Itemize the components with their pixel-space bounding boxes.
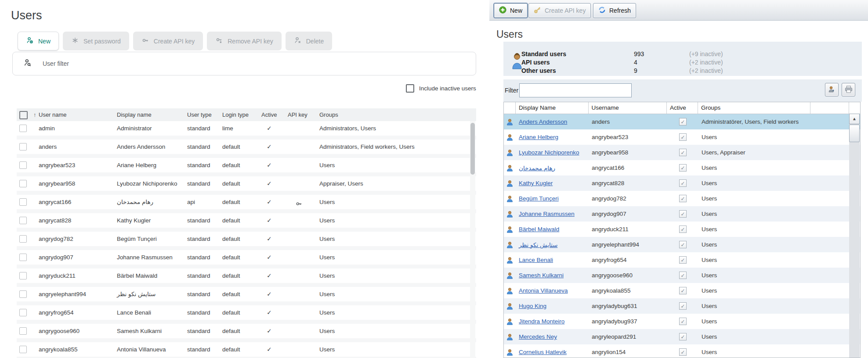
user-link[interactable]: Cornelius Hatlevik [519,349,567,355]
column-header-active[interactable]: Active [261,108,277,121]
active-checkbox[interactable]: ✓ [679,241,687,248]
table-row[interactable]: angryfrog654 Lance Benali standard defau… [17,305,476,324]
user-link[interactable]: Lyubozar Nichiporenko [519,149,579,156]
remove-api-key-button[interactable]: Remove API key [207,32,282,50]
scroll-up-button[interactable]: ▲ [849,114,860,124]
sort-ascending-icon[interactable]: ↑ [33,108,36,121]
table-row[interactable]: Lance Benali angryfrog654 ✓ Users [504,252,860,268]
user-link[interactable]: Antonia Villanueva [519,287,568,294]
table-row[interactable]: Anders Andersson anders ✓ Administratöre… [504,114,860,129]
print-button[interactable] [842,83,855,97]
row-checkbox[interactable] [19,217,27,224]
user-link[interactable]: Lance Benali [519,257,553,263]
column-header-logintype[interactable]: Login type [222,108,249,121]
user-link[interactable]: Anders Andersson [519,118,567,125]
column-header-displayname[interactable]: Display Name [516,102,589,114]
create-api-key-button-legacy[interactable]: Create API key [528,3,591,18]
table-row[interactable]: Jitendra Monteiro angryladybug937 ✓ User… [504,314,860,329]
active-checkbox[interactable]: ✓ [679,164,687,172]
table-row[interactable]: angrygoose960 Samesh Kulkarni standard d… [17,324,476,342]
table-row[interactable]: Mercedes Ney angryleopard291 ✓ Users [504,329,860,344]
column-header-groups[interactable]: Groups [698,102,810,114]
column-header-displayname[interactable]: Display name [117,108,152,121]
scrollbar-thumb[interactable] [849,125,860,142]
user-link[interactable]: Jitendra Monteiro [519,318,564,325]
row-checkbox[interactable] [19,254,27,261]
active-checkbox[interactable]: ✓ [679,149,687,156]
row-checkbox[interactable] [19,309,27,316]
user-link[interactable]: Johanne Rasmussen [519,211,575,217]
column-header-groups[interactable]: Groups [319,108,338,121]
row-checkbox[interactable] [19,346,27,353]
active-checkbox[interactable]: ✓ [679,179,687,187]
user-link[interactable]: Mercedes Ney [519,333,557,340]
table-row[interactable]: angryelephant994 ستایش نکو نظر standard … [17,287,476,305]
user-link[interactable]: Hugo King [519,303,546,309]
table-row[interactable]: angrybear523 Ariane Helberg standard def… [17,158,476,176]
refresh-button[interactable]: Refresh [593,3,636,18]
table-row[interactable]: angrycat828 Kathy Kugler standard defaul… [17,213,476,232]
table-row[interactable]: angrydog907 Johanne Rasmussen standard d… [17,250,476,268]
user-link[interactable]: رهام محمدخان [519,165,555,172]
active-checkbox[interactable]: ✓ [679,195,687,202]
table-row[interactable]: anders Anders Andersson standard default… [17,140,476,158]
new-user-button-legacy[interactable]: New [494,3,528,18]
scrollbar-thumb[interactable] [470,123,475,175]
active-checkbox[interactable]: ✓ [679,133,687,141]
table-row[interactable]: Johanne Rasmussen angrydog907 ✓ Users [504,206,860,222]
row-checkbox[interactable] [19,143,27,150]
row-checkbox[interactable] [19,272,27,279]
active-checkbox[interactable]: ✓ [679,226,687,233]
table-row[interactable]: angrykoala855 Antonia Villanueva standar… [17,342,476,358]
active-checkbox[interactable]: ✓ [679,318,687,325]
user-link[interactable]: Bärbel Maiwald [519,226,559,233]
table-row[interactable]: Antonia Villanueva angrykoala855 ✓ Users [504,283,860,298]
active-checkbox[interactable]: ✓ [679,302,687,310]
user-link[interactable]: Samesh Kulkarni [519,272,564,279]
create-api-key-button[interactable]: Create API key [133,32,203,50]
table-row[interactable]: ستایش نکو نظر angryelephant994 ✓ Users [504,237,860,252]
row-checkbox[interactable] [19,235,27,243]
table-row[interactable]: Ariane Helberg angrybear523 ✓ Users [504,129,860,145]
scrollbar-track[interactable] [849,114,860,358]
select-all-checkbox[interactable] [19,111,28,119]
table-row[interactable]: angryduck211 Bärbel Maiwald standard def… [17,268,476,287]
new-user-button[interactable]: New [18,32,59,50]
row-checkbox[interactable] [19,198,27,206]
active-checkbox[interactable]: ✓ [679,256,687,264]
icon-column-header[interactable] [504,102,516,114]
column-header-username[interactable]: User name [39,108,67,121]
table-row[interactable]: Begüm Tunçeri angrydog782 ✓ Users [504,191,860,206]
column-header-apikey[interactable]: API key [288,108,307,121]
table-row[interactable]: Bärbel Maiwald angryduck211 ✓ Users [504,222,860,237]
active-checkbox[interactable]: ✓ [679,118,687,125]
set-password-button[interactable]: Set password [63,32,129,50]
active-checkbox[interactable]: ✓ [679,287,687,294]
active-checkbox[interactable]: ✓ [679,333,687,340]
export-users-button[interactable] [825,83,839,97]
table-row[interactable]: angrydog782 Begüm Tunçeri standard defau… [17,232,476,250]
table-row[interactable]: Cornelius Hatlevik angrylion154 ✓ Users [504,344,860,358]
row-checkbox[interactable] [19,125,27,132]
table-row[interactable]: Lyubozar Nichiporenko angrybear958 ✓ Use… [504,145,860,160]
active-checkbox[interactable]: ✓ [679,210,687,218]
column-header-usertype[interactable]: User type [187,108,212,121]
row-checkbox[interactable] [19,327,27,335]
active-checkbox[interactable]: ✓ [679,272,687,279]
active-checkbox[interactable]: ✓ [679,348,687,356]
column-header-username[interactable]: Username [589,102,667,114]
filter-input[interactable] [519,83,632,97]
user-link[interactable]: Ariane Helberg [519,134,558,140]
user-link[interactable]: ستایش نکو نظر [519,242,557,248]
row-checkbox[interactable] [19,180,27,187]
table-row[interactable]: رهام محمدخان angrycat166 ✓ Users [504,160,860,175]
table-row[interactable]: Hugo King angryladybug631 ✓ Users [504,298,860,314]
table-row[interactable]: angrycat166 رهام محمدخان api default ✓ U… [17,195,476,213]
column-header-active[interactable]: Active [667,102,698,114]
table-row[interactable]: admin Administrator standard lime ✓ Admi… [17,121,476,140]
table-row[interactable]: Kathy Kugler angrycat828 ✓ Users [504,175,860,191]
include-inactive-checkbox[interactable]: Include inactive users [406,84,476,93]
delete-user-button[interactable]: Delete [286,32,332,50]
user-filter-input[interactable]: User filter [12,52,476,75]
table-row[interactable]: Samesh Kulkarni angrygoose960 ✓ Users [504,268,860,283]
